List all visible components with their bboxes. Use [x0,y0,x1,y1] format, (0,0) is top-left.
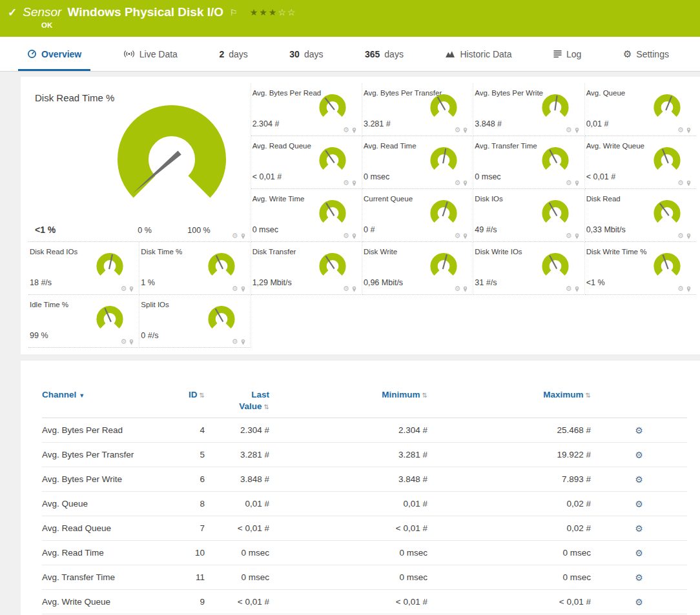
column-header-channel[interactable]: Channel▼ [42,389,165,401]
gauge-settings-icon[interactable]: ⚙ [677,285,684,292]
gauge-pin-icon[interactable] [463,233,468,239]
table-row-avg-write-queue[interactable]: Avg. Write Queue9< 0,01 #< 0,01 #< 0,01 … [42,590,687,614]
sensor-title: Windows Physical Disk I/O [67,5,223,19]
gauge-avg-bytes-per-transfer: Avg. Bytes Per Transfer3.281 #⚙ [362,83,473,136]
gauge-pin-icon[interactable] [686,180,691,187]
column-header-min[interactable]: Minimum⇅ [269,389,427,401]
gauge-settings-icon[interactable]: ⚙ [677,179,684,187]
table-row-avg-queue[interactable]: Avg. Queue80,01 #0,01 #0,02 #⚙ [42,492,687,516]
rating-star-icon[interactable]: ★ [259,7,269,17]
gauge-pin-icon[interactable] [352,233,356,239]
tab-30-days[interactable]: 30days [280,37,332,71]
gauge-pin-icon[interactable] [686,233,691,239]
gauge-settings-icon[interactable]: ⚙ [677,232,684,239]
rating-star-icon[interactable]: ★ [269,7,278,17]
tab-settings[interactable]: ⚙Settings [614,37,678,71]
gauge-settings-icon[interactable]: ⚙ [677,126,684,134]
gauge-pin-icon[interactable] [463,286,468,292]
rating-star-icon[interactable]: ☆ [287,7,297,17]
gauge-avg-read-time: Avg. Read Time0 msec⚙ [362,136,473,189]
gauge-pin-icon[interactable] [575,233,579,239]
gauge-settings-icon[interactable]: ⚙ [566,179,572,187]
channel-name[interactable]: Avg. Transfer Time [42,572,165,582]
channel-name[interactable]: Avg. Bytes Per Read [42,425,165,435]
tab-2-days[interactable]: 2days [210,37,256,71]
gauge-title: Split IOs [141,301,169,308]
gauge-pin-icon[interactable] [129,339,134,345]
gauge-pin-icon[interactable] [241,339,245,345]
gauge-pin-icon[interactable] [352,127,356,134]
gauge-pin-icon[interactable] [463,180,468,187]
favorite-rating[interactable]: ★★★☆☆ [250,7,297,17]
gauge-pin-icon[interactable] [575,127,579,134]
table-row-avg-read-time[interactable]: Avg. Read Time100 msec0 msec0 msec⚙ [42,541,687,565]
channel-name[interactable]: Avg. Queue [42,499,165,509]
tab-log[interactable]: Log [544,37,590,71]
tab-overview[interactable]: Overview [18,37,90,71]
channel-name[interactable]: Avg. Bytes Per Write [42,474,165,484]
table-row-avg-read-queue[interactable]: Avg. Read Queue7< 0,01 #< 0,01 #0,02 #⚙ [42,516,687,541]
channel-settings-icon[interactable]: ⚙ [635,597,643,607]
gauges-panel: Disk Read Time %<1 %0 %100 %⚙Avg. Bytes … [21,77,700,354]
column-header-max[interactable]: Maximum⇅ [427,389,591,401]
gauge-settings-icon[interactable]: ⚙ [343,285,349,292]
gauge-settings-icon[interactable]: ⚙ [454,126,460,134]
table-row-avg-transfer-time[interactable]: Avg. Transfer Time110 msec0 msec0 msec⚙ [42,565,687,590]
gauge-settings-icon[interactable]: ⚙ [454,179,460,187]
gauge-title: Avg. Bytes Per Write [475,89,543,97]
gauge-settings-icon[interactable]: ⚙ [343,179,349,187]
gauge-value: <1 % [586,278,605,287]
gauge-pin-icon[interactable] [575,180,579,187]
gauge-dial [425,251,462,281]
gauge-value: 49 #/s [475,225,497,234]
gauge-settings-icon[interactable]: ⚙ [454,232,460,239]
gauge-pin-icon[interactable] [463,127,468,134]
gauge-settings-icon[interactable]: ⚙ [566,232,572,239]
sort-icon: ⇅ [422,392,427,399]
channel-settings-icon[interactable]: ⚙ [635,474,643,485]
gauge-pin-icon[interactable] [686,127,691,134]
gauge-settings-icon[interactable]: ⚙ [566,285,572,292]
gauge-settings-icon[interactable]: ⚙ [232,285,238,292]
gauge-pin-icon[interactable] [686,286,691,292]
tab-live-data[interactable]: Live Data [114,37,187,71]
gauge-pin-icon[interactable] [241,286,245,292]
gauge-settings-icon[interactable]: ⚙ [120,285,127,292]
channel-settings-icon[interactable]: ⚙ [635,499,643,509]
channel-settings-icon[interactable]: ⚙ [635,523,643,534]
gauge-pin-icon[interactable] [129,286,134,292]
tab-historic-data[interactable]: Historic Data [436,37,520,71]
table-row-avg-bytes-per-transfer[interactable]: Avg. Bytes Per Transfer53.281 #3.281 #19… [42,443,687,467]
gauge-avg-bytes-per-read: Avg. Bytes Per Read2.304 #⚙ [251,83,362,136]
gauge-settings-icon[interactable]: ⚙ [343,232,349,239]
gauge-pin-icon[interactable] [352,286,356,292]
table-row-avg-bytes-per-write[interactable]: Avg. Bytes Per Write63.848 #3.848 #7.893… [42,467,687,492]
rating-star-icon[interactable]: ☆ [278,7,287,17]
channel-settings-icon[interactable]: ⚙ [635,548,643,558]
gauge-settings-icon[interactable]: ⚙ [454,285,460,292]
gauge-settings-icon[interactable]: ⚙ [566,126,572,134]
gauge-settings-icon[interactable]: ⚙ [120,338,127,345]
channel-settings-icon[interactable]: ⚙ [635,425,643,436]
gauge-title: Avg. Bytes Per Read [252,89,322,97]
priority-flag-icon[interactable]: ⚐ [230,8,238,17]
gauge-title: Avg. Transfer Time [475,142,537,150]
tab-365-days[interactable]: 365days [356,37,413,71]
channel-settings-icon[interactable]: ⚙ [635,572,643,583]
gauge-settings-icon[interactable]: ⚙ [343,126,349,134]
column-header-id[interactable]: ID⇅ [165,389,205,401]
gauge-settings-icon[interactable]: ⚙ [232,338,238,345]
column-header-last[interactable]: LastValue⇅ [205,389,269,412]
gauge-pin-icon[interactable] [241,233,245,239]
gauge-pin-icon[interactable] [575,286,579,292]
gauge-pin-icon[interactable] [352,180,356,187]
channel-settings-icon[interactable]: ⚙ [635,450,643,460]
channel-name[interactable]: Avg. Read Queue [42,523,165,533]
channel-name[interactable]: Avg. Read Time [42,548,165,558]
sort-icon: ⇅ [586,392,591,399]
channel-name[interactable]: Avg. Bytes Per Transfer [42,450,165,459]
rating-star-icon[interactable]: ★ [250,7,260,17]
gauge-settings-icon[interactable]: ⚙ [232,232,238,239]
table-row-avg-bytes-per-read[interactable]: Avg. Bytes Per Read42.304 #2.304 #25.468… [42,418,687,443]
channel-name[interactable]: Avg. Write Queue [42,597,165,607]
